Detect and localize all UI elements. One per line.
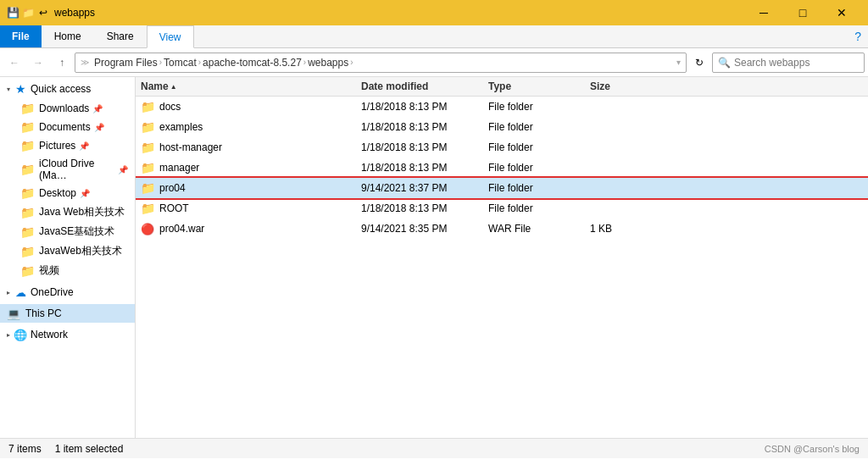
refresh-button[interactable]: ↻	[688, 52, 710, 74]
sidebar-item-java-web[interactable]: 📁 Java Web相关技术	[0, 202, 135, 222]
file-type: WAR File	[483, 221, 585, 236]
file-size	[585, 186, 653, 190]
col-header-name[interactable]: Name ▲	[136, 79, 356, 94]
file-row-docs[interactable]: 📁 docs 1/18/2018 8:13 PM File folder	[136, 97, 868, 117]
address-bar[interactable]: ≫ Program Files › Tomcat › apache-tomcat…	[75, 53, 687, 73]
folder-icon: 📁	[141, 141, 154, 154]
war-file-icon: 🔴	[141, 222, 154, 235]
sidebar-item-label: iCloud Drive (Ma…	[39, 158, 114, 181]
col-header-type[interactable]: Type	[483, 79, 585, 94]
back-button[interactable]: ←	[3, 52, 25, 74]
search-input[interactable]	[734, 57, 861, 69]
tab-file[interactable]: File	[0, 25, 42, 47]
file-name: manager	[159, 162, 199, 174]
file-date: 9/14/2021 8:35 PM	[356, 221, 483, 236]
folder-icon: 📁	[20, 102, 34, 115]
sidebar-item-thispc[interactable]: 💻 This PC	[0, 304, 135, 323]
quick-access-icon: ★	[14, 82, 27, 96]
tab-share[interactable]: Share	[94, 25, 147, 47]
onedrive-header[interactable]: ▸ ☁ OneDrive	[0, 282, 135, 302]
file-type: File folder	[483, 201, 585, 216]
close-button[interactable]: ✕	[822, 0, 861, 25]
file-date: 1/18/2018 8:13 PM	[356, 140, 483, 155]
pin-icon: 📌	[92, 104, 103, 113]
folder-icon: 📁	[20, 163, 34, 176]
file-name: pro04	[159, 182, 186, 194]
col-header-date[interactable]: Date modified	[356, 79, 483, 94]
folder-icon: 📁	[141, 120, 154, 134]
file-row-pro04war[interactable]: 🔴 pro04.war 9/14/2021 8:35 PM WAR File 1…	[136, 219, 868, 239]
sidebar-item-label: Java Web相关技术	[39, 205, 125, 219]
breadcrumb: ≫ Program Files › Tomcat › apache-tomcat…	[81, 57, 676, 69]
file-type: File folder	[483, 180, 585, 196]
quick-access-section: ▾ ★ Quick access 📁 Downloads 📌 📁 Documen…	[0, 79, 135, 280]
network-header[interactable]: ▸ 🌐 Network	[0, 324, 135, 345]
file-date: 9/14/2021 8:37 PM	[356, 180, 483, 196]
file-size	[585, 125, 653, 129]
onedrive-icon: ☁	[14, 285, 27, 299]
folder-icon: 📁	[20, 225, 34, 239]
main-layout: ▾ ★ Quick access 📁 Downloads 📌 📁 Documen…	[0, 77, 868, 438]
file-row-pro04[interactable]: 📁 pro04 9/14/2021 8:37 PM File folder	[136, 178, 868, 198]
window-title: webapps	[54, 7, 95, 19]
dropdown-icon[interactable]: ▾	[676, 58, 681, 67]
tab-home[interactable]: Home	[42, 25, 94, 47]
col-header-size[interactable]: Size	[585, 79, 653, 94]
maximize-button[interactable]: □	[783, 0, 822, 25]
file-row-root[interactable]: 📁 ROOT 1/18/2018 8:13 PM File folder	[136, 198, 868, 219]
network-section: ▸ 🌐 Network	[0, 324, 135, 345]
selected-count: 1 item selected	[55, 443, 124, 455]
breadcrumb-apache[interactable]: apache-tomcat-8.5.27	[203, 57, 302, 69]
folder-icon: 📁	[141, 202, 154, 215]
col-name-label: Name	[141, 80, 169, 92]
pin-icon: 📌	[80, 189, 90, 198]
breadcrumb-webapps[interactable]: webapps	[308, 57, 348, 69]
search-bar[interactable]: 🔍	[712, 53, 865, 73]
search-icon: 🔍	[718, 57, 731, 69]
file-list: 📁 docs 1/18/2018 8:13 PM File folder 📁 e…	[136, 97, 868, 438]
file-row-manager[interactable]: 📁 manager 1/18/2018 8:13 PM File folder	[136, 158, 868, 178]
title-bar: 💾 📁 ↩ webapps ─ □ ✕	[0, 0, 868, 25]
folder-icon: 📁	[141, 161, 154, 174]
status-bar: 7 items 1 item selected CSDN @Carson's b…	[0, 438, 868, 458]
folder-icon: 📁	[20, 139, 34, 152]
file-row-host-manager[interactable]: 📁 host-manager 1/18/2018 8:13 PM File fo…	[136, 137, 868, 158]
onedrive-label: OneDrive	[31, 286, 74, 298]
sidebar-item-javaweb[interactable]: 📁 JavaWeb相关技术	[0, 241, 135, 261]
up-button[interactable]: ↑	[51, 52, 73, 74]
folder-icon: 📁	[20, 245, 34, 258]
file-date: 1/18/2018 8:13 PM	[356, 99, 483, 114]
title-icon-folder: 📁	[22, 7, 34, 19]
file-type: File folder	[483, 119, 585, 135]
file-name: pro04.war	[159, 223, 204, 235]
folder-icon: 📁	[20, 120, 34, 134]
sidebar-item-desktop[interactable]: 📁 Desktop 📌	[0, 184, 135, 202]
file-date: 1/18/2018 8:13 PM	[356, 119, 483, 135]
sidebar-item-label: Desktop	[39, 187, 76, 199]
sidebar-item-javase[interactable]: 📁 JavaSE基础技术	[0, 222, 135, 241]
sidebar-item-icloud[interactable]: 📁 iCloud Drive (Ma… 📌	[0, 155, 135, 184]
quick-access-header[interactable]: ▾ ★ Quick access	[0, 79, 135, 99]
folder-icon: 📁	[20, 206, 34, 219]
forward-button[interactable]: →	[27, 52, 49, 74]
help-icon[interactable]: ?	[854, 30, 861, 43]
file-row-examples[interactable]: 📁 examples 1/18/2018 8:13 PM File folder	[136, 117, 868, 137]
file-size	[585, 207, 653, 210]
file-type: File folder	[483, 160, 585, 175]
file-type: File folder	[483, 99, 585, 114]
sidebar-item-documents[interactable]: 📁 Documents 📌	[0, 118, 135, 136]
sidebar-item-videos[interactable]: 📁 视频	[0, 261, 135, 280]
pin-icon: 📌	[79, 141, 89, 151]
sidebar-item-downloads[interactable]: 📁 Downloads 📌	[0, 99, 135, 118]
folder-icon: 📁	[20, 186, 34, 200]
breadcrumb-program-files[interactable]: Program Files	[94, 57, 158, 69]
file-size	[585, 166, 653, 169]
minimize-button[interactable]: ─	[744, 0, 783, 25]
tab-view[interactable]: View	[147, 25, 194, 48]
breadcrumb-tomcat[interactable]: Tomcat	[164, 57, 197, 69]
network-icon: 🌐	[14, 328, 27, 341]
item-count: 7 items	[8, 443, 42, 455]
sidebar-item-pictures[interactable]: 📁 Pictures 📌	[0, 136, 135, 155]
title-icon-save: 💾	[7, 7, 19, 19]
pin-icon: 📌	[118, 165, 128, 174]
